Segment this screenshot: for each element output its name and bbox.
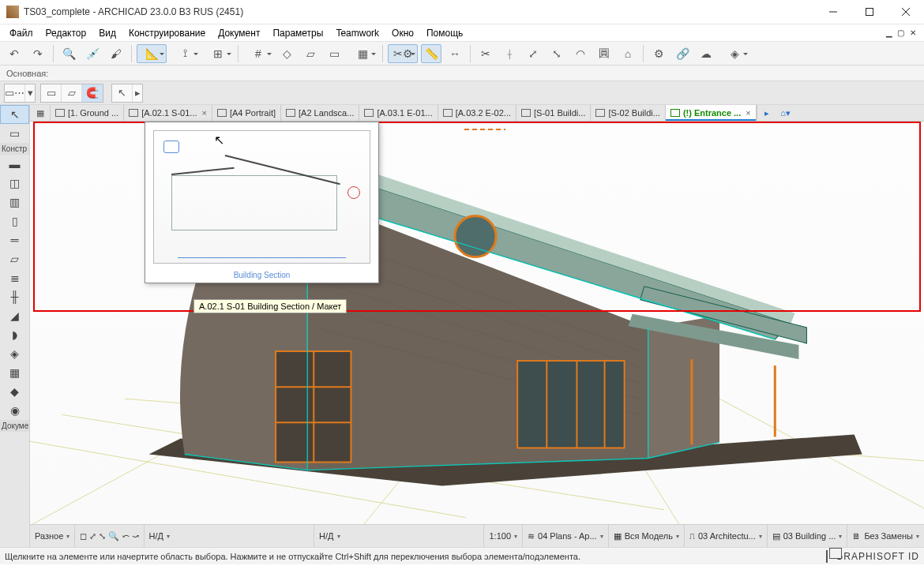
separator <box>131 45 132 62</box>
grid-snap-button[interactable]: ⊞ <box>203 44 233 63</box>
tab-s01[interactable]: [S-01 Buildi... <box>516 105 591 121</box>
mdi-close-icon[interactable]: ✕ <box>907 28 918 38</box>
undo-button[interactable]: ↶ <box>4 44 24 63</box>
repl-field[interactable]: 🗎 Без Замены▾ <box>847 525 924 547</box>
tab-entrance[interactable]: (!) Entrance ...× <box>666 105 757 121</box>
layers-field[interactable]: ≋ 04 Plans - Ap...▾ <box>523 525 609 547</box>
door-tool[interactable]: ◫ <box>0 174 29 193</box>
menu-view[interactable]: Вид <box>92 27 122 39</box>
menu-design[interactable]: Конструирование <box>122 27 212 39</box>
measure-button[interactable]: ↔ <box>445 44 465 63</box>
nd2-field[interactable]: Н/Д▾ <box>314 525 484 547</box>
selection-group-2: ▭ ▱ 🧲 <box>40 84 103 103</box>
railing-tool[interactable]: ╫ <box>0 287 29 306</box>
beam-tool[interactable]: ═ <box>0 230 29 249</box>
cut-button[interactable]: ✂ <box>475 44 496 63</box>
svg-line-10 <box>719 399 924 518</box>
tab-a031[interactable]: [A.03.1 E-01... <box>359 105 438 121</box>
menu-help[interactable]: Помощь <box>420 27 469 39</box>
layer-row: Основная: <box>0 66 924 81</box>
svg-line-7 <box>30 375 307 526</box>
object-tool[interactable]: ◉ <box>0 401 29 420</box>
menu-window[interactable]: Окно <box>385 27 420 39</box>
gravity-button[interactable]: ◇ <box>276 44 297 63</box>
arch-field[interactable]: ⎍ 03 Architectu...▾ <box>685 525 768 547</box>
close-icon[interactable]: × <box>202 108 207 118</box>
layout-icon <box>55 109 65 117</box>
quick-options[interactable]: Разное▾ <box>30 525 75 547</box>
plane-button[interactable]: ▱ <box>300 44 321 63</box>
wall-tool[interactable]: ▬ <box>0 155 29 174</box>
link-button[interactable]: 🔗 <box>672 44 693 63</box>
arrow-dd-button[interactable]: ▸ <box>133 84 142 102</box>
window-tool[interactable]: ▥ <box>0 193 29 212</box>
arrow-mode-button[interactable]: ↖ <box>112 84 133 102</box>
adjust-button[interactable]: ⤡ <box>547 44 567 63</box>
tab-ground[interactable]: [1. Ground ... <box>51 105 124 121</box>
shell-tool[interactable]: ◗ <box>0 325 29 344</box>
marquee-mode-button[interactable]: ▭⋯ <box>5 84 25 102</box>
morph-tool[interactable]: ◆ <box>0 382 29 401</box>
cloud-button[interactable]: ☁ <box>696 44 716 63</box>
sel-magnet-button[interactable]: 🧲 <box>82 84 103 102</box>
maximize-button[interactable] <box>851 0 888 24</box>
minimize-button[interactable] <box>815 0 851 24</box>
arrow-tool[interactable]: ↖ <box>0 105 29 124</box>
bldg-field[interactable]: ▤ 03 Building ...▾ <box>768 525 848 547</box>
project-button[interactable]: ◈ <box>719 44 749 63</box>
guideline-button[interactable]: 📐 <box>137 44 167 63</box>
menu-teamwork[interactable]: Teamwork <box>329 27 385 39</box>
brush-button[interactable]: 🖌 <box>106 44 126 63</box>
curtain-tool[interactable]: ▦ <box>0 363 29 382</box>
windows-icon <box>826 550 828 563</box>
tab-a2[interactable]: [A2 Landsca... <box>281 105 359 121</box>
3d-viewport[interactable]: Building Section ↖ A.02.1 S-01 Building … <box>30 122 924 524</box>
menu-options[interactable]: Параметры <box>266 27 329 39</box>
marquee-tool[interactable]: ▭ <box>0 124 29 143</box>
trim-button[interactable]: ⟊ <box>499 44 520 63</box>
ruler-button[interactable]: 📏 <box>421 44 441 63</box>
tab-s02[interactable]: [S-02 Buildi... <box>591 105 665 121</box>
tab-menu-button[interactable]: ▸ <box>757 108 776 118</box>
close-icon[interactable]: × <box>746 108 750 118</box>
zoom-buttons[interactable]: ◻ ⤢ ⤡ 🔍 ⤺ ⤻ <box>75 525 144 547</box>
mdi-restore-icon[interactable]: ▢ <box>896 28 906 38</box>
menu-file[interactable]: Файл <box>3 27 39 39</box>
element-snap-button[interactable]: ▦ <box>347 44 377 63</box>
menu-edit[interactable]: Редактор <box>39 27 93 39</box>
suspend-button[interactable]: ✂⚙ <box>388 44 418 63</box>
sel-poly-button[interactable]: ▱ <box>62 84 82 102</box>
slab-tool[interactable]: ▱ <box>0 249 29 268</box>
column-tool[interactable]: ▯ <box>0 212 29 230</box>
home-button[interactable]: ⌂ <box>618 44 638 63</box>
tab-a4[interactable]: [A4 Portrait] <box>212 105 281 121</box>
tab-a021[interactable]: [A.02.1 S-01...× <box>124 105 212 121</box>
split-button[interactable]: ⤢ <box>523 44 543 63</box>
scale-field[interactable]: 1:100▾ <box>484 525 523 547</box>
svg-rect-32 <box>517 361 624 448</box>
curve-button[interactable]: ◠ <box>570 44 591 63</box>
sel-rect-button[interactable]: ▭ <box>41 84 62 102</box>
mdi-minimize-icon[interactable]: ▁ <box>884 28 894 38</box>
tab-a032[interactable]: [A.03.2 E-02... <box>438 105 516 121</box>
brand-area[interactable]: GRAPHISOFT ID <box>826 551 919 562</box>
stories-button[interactable]: 圓 <box>594 44 614 63</box>
redo-button[interactable]: ↷ <box>28 44 48 63</box>
tab-label: [A.03.1 E-01... <box>377 108 432 118</box>
marquee-dd-button[interactable]: ▾ <box>25 84 35 102</box>
nd1-field[interactable]: Н/Д▾ <box>145 525 314 547</box>
snap-button[interactable]: ⟟ <box>170 44 200 63</box>
bounding-button[interactable]: ▭ <box>324 44 344 63</box>
tab-3d-button[interactable]: ⌂▾ <box>776 108 795 118</box>
model-field[interactable]: ▦ Вся Модель▾ <box>609 525 685 547</box>
stair-tool[interactable]: ≣ <box>0 268 29 287</box>
setting1-button[interactable]: ⚙ <box>648 44 669 63</box>
close-button[interactable] <box>888 0 924 24</box>
eyedropper-button[interactable]: 💉 <box>82 44 103 63</box>
menu-document[interactable]: Документ <box>212 27 266 39</box>
tab-overview-button[interactable]: ▦ <box>30 105 51 121</box>
roof-tool[interactable]: ◢ <box>0 306 29 325</box>
skylight-tool[interactable]: ◈ <box>0 344 29 363</box>
find-button[interactable]: 🔍 <box>58 44 79 63</box>
grid-button[interactable]: # <box>243 44 273 63</box>
